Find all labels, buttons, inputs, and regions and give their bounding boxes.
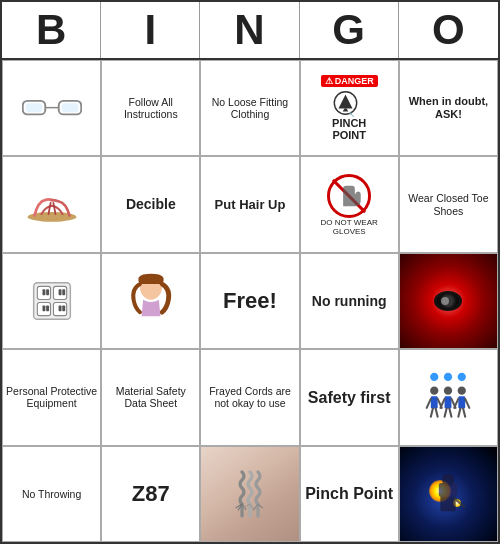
cell-g1-text: PINCHPOINT	[332, 117, 366, 141]
cell-o3	[399, 253, 498, 349]
cell-b2	[2, 156, 101, 252]
svg-line-46	[464, 408, 466, 416]
cell-b3	[2, 253, 101, 349]
svg-rect-21	[42, 305, 45, 311]
cell-g4-text: Safety first	[308, 388, 391, 407]
hair-person-icon	[126, 273, 176, 328]
svg-rect-6	[61, 103, 78, 112]
cell-i2-text: Decible	[126, 196, 176, 213]
cell-n3: Free!	[200, 253, 299, 349]
danger-text: DANGER	[335, 76, 374, 86]
cell-n4-text: Frayed Cords are not okay to use	[204, 385, 295, 410]
cell-i4: Material Safety Data Sheet	[101, 349, 200, 445]
svg-line-44	[466, 399, 470, 408]
svg-line-33	[431, 408, 433, 416]
cell-o1: When in doubt, ASK!	[399, 60, 498, 156]
cell-n1: No Loose Fitting Clothing	[200, 60, 299, 156]
header-o: O	[399, 2, 498, 58]
no-gloves-icon	[327, 174, 371, 218]
header-g: G	[300, 2, 399, 58]
cell-i1-text: Follow All Instructions	[105, 96, 196, 121]
svg-line-39	[445, 408, 447, 416]
cell-g1: ⚠ DANGER 🔧 PINCHPOINT	[300, 60, 399, 156]
svg-rect-36	[445, 396, 452, 408]
svg-rect-15	[42, 289, 45, 295]
eye-shine	[441, 297, 449, 305]
cell-b5: No Throwing	[2, 446, 101, 542]
cell-i3	[101, 253, 200, 349]
cell-g4: Safety first	[300, 349, 399, 445]
svg-rect-23	[58, 305, 61, 311]
frayed-cord-svg	[225, 468, 275, 520]
svg-point-57	[442, 473, 454, 485]
cell-b4: Personal Protective Equipment	[2, 349, 101, 445]
header-n: N	[200, 2, 299, 58]
pinch-point-icon: 🔧	[331, 89, 367, 117]
svg-line-43	[455, 399, 459, 408]
cell-o2-text: Wear Closed Toe Shoes	[403, 192, 494, 217]
no-gloves-label: DO NOT WEARGLOVES	[321, 218, 378, 236]
svg-rect-18	[62, 289, 65, 295]
svg-point-35	[444, 386, 452, 394]
svg-line-56	[455, 498, 466, 507]
header-b: B	[2, 2, 101, 58]
sandal-icon	[24, 187, 80, 223]
glasses-icon	[22, 93, 82, 123]
svg-rect-5	[25, 103, 42, 112]
cell-i5-text: Z87	[132, 481, 170, 507]
bingo-header: B I N G O	[2, 2, 498, 58]
svg-line-37	[441, 399, 445, 408]
header-i: I	[101, 2, 200, 58]
cell-n1-text: No Loose Fitting Clothing	[204, 96, 295, 121]
eye-image	[400, 254, 497, 348]
svg-rect-30	[431, 396, 438, 408]
cell-i2: Decible	[101, 156, 200, 252]
cell-b5-text: No Throwing	[22, 488, 81, 501]
cell-g2: DO NOT WEARGLOVES	[300, 156, 399, 252]
svg-rect-42	[459, 396, 466, 408]
cell-g3: No running	[300, 253, 399, 349]
danger-triangle-icon: ⚠	[325, 76, 333, 86]
svg-rect-16	[46, 289, 49, 295]
svg-point-27	[444, 373, 452, 381]
cell-n5	[200, 446, 299, 542]
welding-image	[400, 447, 497, 541]
cell-i4-text: Material Safety Data Sheet	[105, 385, 196, 410]
bingo-card: B I N G O Follow All Instructions No Loo…	[0, 0, 500, 544]
danger-label: ⚠ DANGER	[321, 75, 378, 87]
free-cell-text: Free!	[223, 288, 277, 314]
cell-b4-text: Personal Protective Equipment	[6, 385, 97, 410]
svg-line-31	[427, 399, 431, 408]
svg-point-29	[431, 386, 439, 394]
svg-line-40	[450, 408, 452, 416]
svg-point-26	[431, 373, 439, 381]
eye-pupil	[434, 291, 462, 311]
svg-line-45	[459, 408, 461, 416]
cell-n2: Put Hair Up	[200, 156, 299, 252]
cell-i1: Follow All Instructions	[101, 60, 200, 156]
cell-o5	[399, 446, 498, 542]
svg-rect-17	[58, 289, 61, 295]
cell-g5-text: Pinch Point	[305, 484, 393, 503]
welder-svg	[425, 469, 471, 519]
safety-people-icon	[423, 370, 473, 425]
outlet-icon	[30, 279, 74, 323]
cell-n4: Frayed Cords are not okay to use	[200, 349, 299, 445]
svg-line-34	[436, 408, 438, 416]
svg-point-28	[458, 373, 466, 381]
cell-g3-text: No running	[312, 293, 387, 310]
svg-rect-24	[62, 305, 65, 311]
cell-n2-text: Put Hair Up	[215, 197, 286, 213]
cell-g5: Pinch Point	[300, 446, 399, 542]
cell-i5: Z87	[101, 446, 200, 542]
cell-o2: Wear Closed Toe Shoes	[399, 156, 498, 252]
svg-rect-22	[46, 305, 49, 311]
svg-point-41	[458, 386, 466, 394]
cell-o1-text: When in doubt, ASK!	[403, 95, 494, 121]
frayed-cord-image	[201, 447, 298, 541]
cell-o4	[399, 349, 498, 445]
cell-b1[interactable]	[2, 60, 101, 156]
bingo-grid: Follow All Instructions No Loose Fitting…	[2, 58, 498, 542]
